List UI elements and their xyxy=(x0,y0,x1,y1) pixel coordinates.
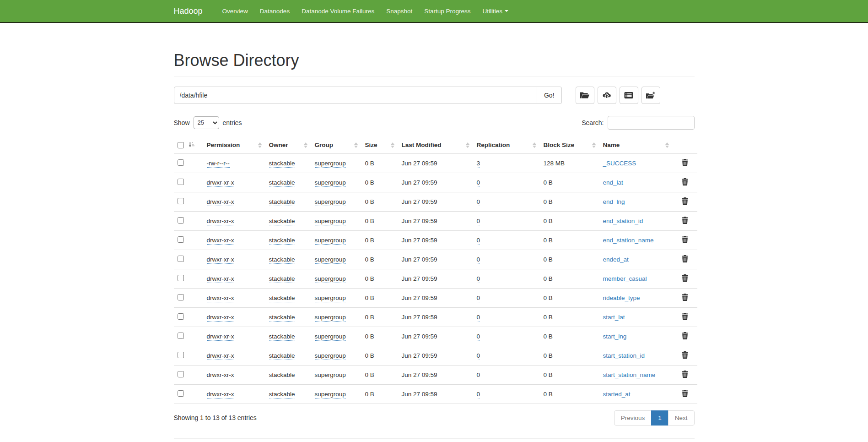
delete-file-button[interactable] xyxy=(682,255,688,264)
row-select-checkbox[interactable] xyxy=(178,198,184,204)
row-select-checkbox[interactable] xyxy=(178,294,184,300)
pagination-previous[interactable]: Previous xyxy=(614,410,652,426)
search-input[interactable] xyxy=(608,116,695,130)
row-select-checkbox[interactable] xyxy=(178,275,184,281)
group-value[interactable]: supergroup xyxy=(315,333,346,341)
group-value[interactable]: supergroup xyxy=(315,198,346,206)
replication-value[interactable]: 0 xyxy=(477,314,480,322)
upload-files-button[interactable] xyxy=(598,87,616,104)
replication-value[interactable]: 0 xyxy=(477,179,480,187)
sort-icon[interactable] xyxy=(391,142,394,148)
row-select-checkbox[interactable] xyxy=(178,159,184,166)
replication-value[interactable]: 0 xyxy=(477,275,480,283)
column-header-size[interactable]: Size xyxy=(361,137,398,154)
row-select-checkbox[interactable] xyxy=(178,256,184,262)
group-value[interactable]: supergroup xyxy=(315,371,346,379)
delete-file-button[interactable] xyxy=(682,371,688,379)
nav-item-overview[interactable]: Overview xyxy=(216,0,254,22)
file-name-link[interactable]: _SUCCESS xyxy=(603,160,636,167)
permission-value[interactable]: drwxr-xr-x xyxy=(207,198,234,206)
file-name-link[interactable]: start_station_id xyxy=(603,352,645,359)
file-name-link[interactable]: ended_at xyxy=(603,256,629,263)
delete-file-button[interactable] xyxy=(682,178,688,187)
replication-value[interactable]: 0 xyxy=(477,352,480,360)
column-header-owner[interactable]: Owner xyxy=(265,137,311,154)
row-select-checkbox[interactable] xyxy=(178,352,184,358)
permission-value[interactable]: drwxr-xr-x xyxy=(207,333,234,341)
owner-value[interactable]: stackable xyxy=(269,391,295,398)
owner-value[interactable]: stackable xyxy=(269,295,295,302)
permission-value[interactable]: drwxr-xr-x xyxy=(207,275,234,283)
group-value[interactable]: supergroup xyxy=(315,391,346,398)
delete-file-button[interactable] xyxy=(682,197,688,206)
permission-value[interactable]: drwxr-xr-x xyxy=(207,237,234,245)
owner-value[interactable]: stackable xyxy=(269,179,295,187)
owner-value[interactable]: stackable xyxy=(269,371,295,379)
row-select-checkbox[interactable] xyxy=(178,217,184,224)
directory-path-input[interactable] xyxy=(174,87,537,104)
file-name-link[interactable]: start_station_name xyxy=(603,371,656,378)
nav-item-utilities[interactable]: Utilities xyxy=(477,0,515,22)
file-name-link[interactable]: start_lng xyxy=(603,333,627,340)
column-header-replication[interactable]: Replication xyxy=(473,137,540,154)
permission-value[interactable]: -rw-r--r-- xyxy=(207,160,230,168)
delete-file-button[interactable] xyxy=(682,294,688,302)
permission-value[interactable]: drwxr-xr-x xyxy=(207,391,234,398)
select-all-checkbox[interactable] xyxy=(178,142,184,148)
column-header-block-size[interactable]: Block Size xyxy=(540,137,599,154)
sort-icon[interactable] xyxy=(466,142,469,148)
owner-value[interactable]: stackable xyxy=(269,218,295,225)
file-name-link[interactable]: started_at xyxy=(603,391,631,398)
sort-icon[interactable] xyxy=(354,142,358,148)
owner-value[interactable]: stackable xyxy=(269,198,295,206)
replication-value[interactable]: 0 xyxy=(477,218,480,225)
group-value[interactable]: supergroup xyxy=(315,256,346,264)
replication-value[interactable]: 0 xyxy=(477,295,480,302)
brand-link[interactable]: Hadoop xyxy=(174,6,203,16)
row-select-checkbox[interactable] xyxy=(178,371,184,377)
row-select-checkbox[interactable] xyxy=(178,313,184,320)
nav-item-datanodes[interactable]: Datanodes xyxy=(254,0,296,22)
file-name-link[interactable]: end_station_id xyxy=(603,218,643,224)
sort-icon[interactable] xyxy=(258,142,262,148)
column-header-group[interactable]: Group xyxy=(311,137,361,154)
permission-value[interactable]: drwxr-xr-x xyxy=(207,179,234,187)
permission-value[interactable]: drwxr-xr-x xyxy=(207,295,234,302)
sort-icon[interactable] xyxy=(304,142,307,148)
open-folder-button[interactable] xyxy=(576,87,594,104)
sort-ascending-icon[interactable] xyxy=(189,142,194,149)
delete-file-button[interactable] xyxy=(682,390,688,398)
replication-value[interactable]: 0 xyxy=(477,391,480,398)
row-select-checkbox[interactable] xyxy=(178,333,184,339)
owner-value[interactable]: stackable xyxy=(269,275,295,283)
owner-value[interactable]: stackable xyxy=(269,160,295,168)
nav-item-datanode-volume-failures[interactable]: Datanode Volume Failures xyxy=(296,0,380,22)
column-header-last-modified[interactable]: Last Modified xyxy=(398,137,473,154)
owner-value[interactable]: stackable xyxy=(269,352,295,360)
sort-icon[interactable] xyxy=(533,142,536,148)
owner-value[interactable]: stackable xyxy=(269,256,295,264)
group-value[interactable]: supergroup xyxy=(315,314,346,322)
column-header-name[interactable]: Name xyxy=(599,137,673,154)
group-value[interactable]: supergroup xyxy=(315,237,346,245)
sort-icon[interactable] xyxy=(665,142,669,148)
group-value[interactable]: supergroup xyxy=(315,275,346,283)
delete-file-button[interactable] xyxy=(682,351,688,360)
owner-value[interactable]: stackable xyxy=(269,333,295,341)
page-length-select[interactable]: 25 xyxy=(194,116,219,129)
list-view-button[interactable] xyxy=(620,87,638,104)
create-directory-button[interactable] xyxy=(642,87,660,104)
replication-value[interactable]: 0 xyxy=(477,333,480,341)
group-value[interactable]: supergroup xyxy=(315,352,346,360)
permission-value[interactable]: drwxr-xr-x xyxy=(207,352,234,360)
file-name-link[interactable]: member_casual xyxy=(603,275,647,282)
file-name-link[interactable]: end_station_name xyxy=(603,237,654,244)
file-name-link[interactable]: start_lat xyxy=(603,314,625,321)
row-select-checkbox[interactable] xyxy=(178,179,184,185)
replication-value[interactable]: 0 xyxy=(477,237,480,245)
replication-value[interactable]: 0 xyxy=(477,198,480,206)
pagination-next[interactable]: Next xyxy=(668,410,695,426)
permission-value[interactable]: drwxr-xr-x xyxy=(207,371,234,379)
file-name-link[interactable]: end_lng xyxy=(603,198,625,205)
permission-value[interactable]: drwxr-xr-x xyxy=(207,314,234,322)
